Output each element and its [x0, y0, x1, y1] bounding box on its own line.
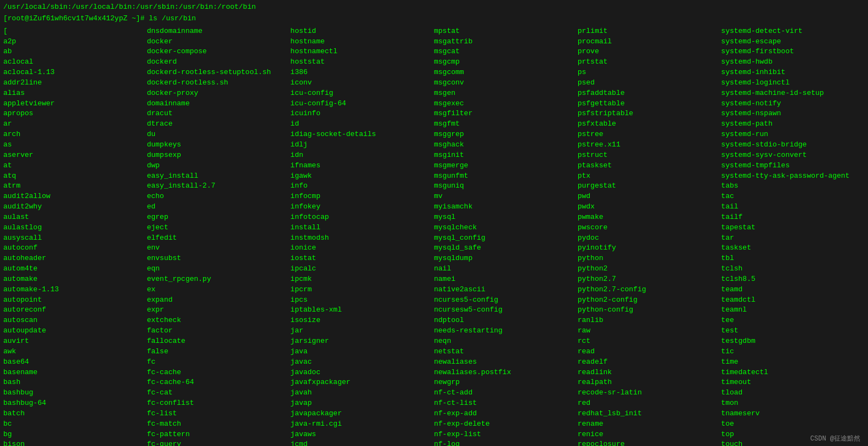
list-item: ncursesw5-config: [434, 305, 578, 315]
list-item: msgcomm: [434, 67, 578, 78]
list-item: install: [290, 223, 434, 233]
list-item: audit2allow: [3, 191, 147, 202]
list-item: at: [3, 161, 147, 171]
list-item: repoclosure: [578, 439, 722, 446]
list-item: pwmake: [578, 212, 722, 223]
list-item: prtstat: [578, 57, 722, 67]
list-item: igawk: [290, 171, 434, 182]
list-item: autom4te: [3, 264, 147, 274]
list-item: aserver: [3, 150, 147, 161]
list-item: envsubst: [147, 253, 291, 264]
list-item: ipcrm: [290, 285, 434, 295]
list-item: redhat_lsb_init: [578, 409, 722, 419]
list-item: ncurses5-config: [434, 295, 578, 306]
list-item: aclocal: [3, 57, 147, 67]
list-item: as: [3, 140, 147, 150]
list-item: infocmp: [290, 191, 434, 202]
list-item: idn: [290, 150, 434, 161]
list-item: nf-exp-add: [434, 409, 578, 419]
list-item: eqn: [147, 264, 291, 274]
list-item: systemd-run: [721, 129, 865, 140]
list-item: dnsdomainname: [147, 26, 291, 37]
list-item: teamnl: [721, 305, 865, 315]
list-item: ifnames: [290, 161, 434, 171]
list-item: base64: [3, 357, 147, 368]
list-item: systemd-tty-ask-password-agent: [721, 171, 865, 182]
list-item: infotocap: [290, 212, 434, 223]
content-grid: [a2pabaclocalaclocal-1.13addr2linealiasa…: [3, 26, 865, 446]
list-item: msgcmp: [434, 57, 578, 67]
list-item: msgunfmt: [434, 171, 578, 182]
list-item: realpath: [578, 377, 722, 388]
list-item: psed: [578, 78, 722, 88]
list-item: java-rmi.cgi: [290, 419, 434, 430]
list-item: mpstat: [434, 26, 578, 37]
list-item: tclsh8.5: [721, 274, 865, 285]
list-item: systemd-stdio-bridge: [721, 140, 865, 150]
list-item: python2: [578, 264, 722, 274]
list-item: hostnamectl: [290, 47, 434, 57]
list-item: aulast: [3, 212, 147, 223]
list-item: psfxtable: [578, 119, 722, 129]
list-item: neqn: [434, 336, 578, 347]
list-item: dracut: [147, 109, 291, 119]
list-item: nail: [434, 264, 578, 274]
list-item: hostid: [290, 26, 434, 37]
list-item: recode-sr-latin: [578, 388, 722, 398]
list-item: dumpkeys: [147, 140, 291, 150]
list-item: native2ascii: [434, 285, 578, 295]
list-item: autoreconf: [3, 305, 147, 315]
list-item: testgdbm: [721, 336, 865, 347]
list-item: icuinfo: [290, 109, 434, 119]
list-item: msgcat: [434, 47, 578, 57]
list-item: idiag-socket-details: [290, 129, 434, 140]
list-item: nf-ct-add: [434, 388, 578, 398]
list-item: toe: [721, 419, 865, 430]
list-item: pstree: [578, 129, 722, 140]
list-item: msgattrib: [434, 37, 578, 47]
list-item: newaliases.postfix: [434, 368, 578, 378]
list-item: automake: [3, 274, 147, 285]
watermark: CSDN @征途黯然: [810, 434, 860, 444]
list-item: eject: [147, 223, 291, 233]
list-item: mv: [434, 191, 578, 202]
list-item: msgconv: [434, 78, 578, 88]
list-item: tic: [721, 347, 865, 357]
path-line: /usr/local/sbin:/usr/local/bin:/usr/sbin…: [3, 2, 865, 13]
list-item: egrep: [147, 212, 291, 223]
list-item: pwdx: [578, 202, 722, 212]
list-item: python2-config: [578, 295, 722, 306]
list-item: jcmd: [290, 439, 434, 446]
list-item: dockerd: [147, 57, 291, 67]
list-item: raw: [578, 326, 722, 336]
list-item: javafxpackager: [290, 377, 434, 388]
list-item: tac: [721, 191, 865, 202]
list-item: expand: [147, 295, 291, 306]
list-item: nf-exp-delete: [434, 419, 578, 430]
list-item: autopoint: [3, 295, 147, 306]
list-item: autoscan: [3, 315, 147, 326]
list-item: psfstriptable: [578, 109, 722, 119]
list-item: dwp: [147, 161, 291, 171]
list-item: tclsh: [721, 264, 865, 274]
list-item: icu-config-64: [290, 99, 434, 109]
list-item: needs-restarting: [434, 326, 578, 336]
list-item: test: [721, 326, 865, 336]
list-item: python2.7-config: [578, 285, 722, 295]
list-item: fc-query: [147, 439, 291, 446]
list-item: idlj: [290, 140, 434, 150]
list-item: autoupdate: [3, 326, 147, 336]
list-item: read: [578, 347, 722, 357]
column-1: dnsdomainnamedockerdocker-composedockerd…: [147, 26, 291, 446]
list-item: msgexec: [434, 99, 578, 109]
list-item: tnameserv: [721, 409, 865, 419]
list-item: systemd-sysv-convert: [721, 150, 865, 161]
list-item: info: [290, 181, 434, 191]
list-item: mysql: [434, 212, 578, 223]
list-item: autoheader: [3, 253, 147, 264]
list-item: dumpsexp: [147, 150, 291, 161]
list-item: jar: [290, 326, 434, 336]
list-item: msgen: [434, 88, 578, 99]
list-item: env: [147, 243, 291, 253]
list-item: event_rpcgen.py: [147, 274, 291, 285]
